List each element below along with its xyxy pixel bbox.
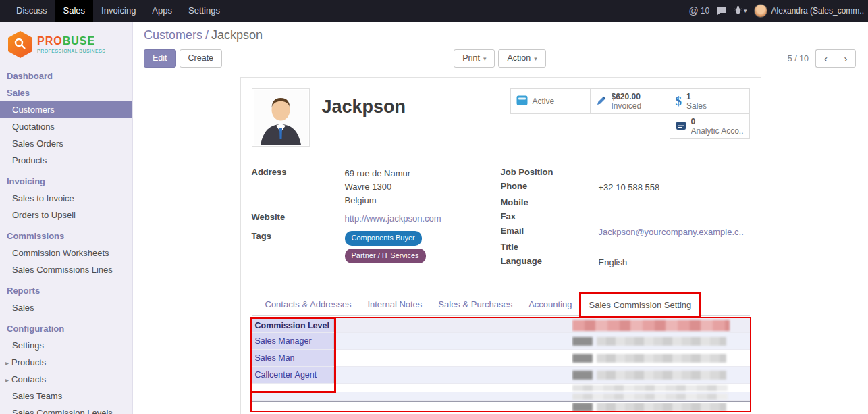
sidebar-item-sales-teams[interactable]: Sales Teams bbox=[0, 388, 132, 405]
pager: ‹ › bbox=[815, 49, 856, 68]
sidebar-item-sales-commission-levels[interactable]: Sales Commission Levels bbox=[0, 405, 132, 414]
mention-count: 10 bbox=[701, 6, 709, 16]
tab-sales-commission-setting[interactable]: Sales Commission Setting bbox=[580, 294, 701, 316]
row-end bbox=[731, 333, 750, 349]
sidebar-item-commission-worksheets[interactable]: Commission Worksheets bbox=[0, 244, 132, 261]
sidebar-section-sales[interactable]: Sales bbox=[0, 84, 132, 101]
tag-partner-it-services[interactable]: Partner / IT Services bbox=[345, 249, 426, 263]
table-row[interactable]: Sales Man bbox=[252, 350, 750, 367]
top-menu-invoicing[interactable]: Invoicing bbox=[93, 0, 144, 22]
mobile-value bbox=[599, 197, 750, 209]
sidebar-item-orders-to-upsell[interactable]: Orders to Upsell bbox=[0, 207, 132, 224]
tag-components-buyer[interactable]: Components Buyer bbox=[345, 231, 422, 246]
messages-icon[interactable] bbox=[716, 6, 727, 16]
tab-contacts-addresses[interactable]: Contacts & Addresses bbox=[257, 294, 360, 315]
row-spacer bbox=[334, 350, 572, 366]
address-street: 69 rue de Namur bbox=[345, 167, 501, 180]
commission-level-sales-man[interactable]: Sales Man bbox=[252, 350, 334, 366]
tab-accounting[interactable]: Accounting bbox=[520, 294, 580, 315]
table-row[interactable]: Sales Manager bbox=[252, 333, 750, 350]
record-form: Jackpson Active bbox=[240, 77, 761, 414]
sidebar-item-config-contacts[interactable]: ▸Contacts bbox=[0, 371, 132, 388]
row-spacer bbox=[252, 403, 572, 411]
stat-button-invoiced[interactable]: $620.00 Invoiced bbox=[590, 88, 670, 114]
sidebar-item-config-products[interactable]: ▸Products bbox=[0, 354, 132, 371]
logo-subtitle: PROFESSIONAL BUSINESS bbox=[37, 49, 106, 53]
app-logo[interactable]: PROBUSE PROFESSIONAL BUSINESS bbox=[0, 22, 132, 68]
pager-previous-button[interactable]: ‹ bbox=[815, 49, 836, 68]
customer-photo[interactable] bbox=[252, 88, 310, 147]
breadcrumb: Customers/Jackpson bbox=[144, 28, 856, 43]
sidebar-item-sales-commissions-lines[interactable]: Sales Commissions Lines bbox=[0, 261, 132, 278]
tab-internal-notes[interactable]: Internal Notes bbox=[359, 294, 430, 315]
sidebar-item-customers[interactable]: Customers bbox=[0, 101, 132, 118]
dollar-icon: $ bbox=[676, 94, 682, 109]
redacted-content bbox=[572, 385, 728, 391]
commission-level-sales-manager[interactable]: Sales Manager bbox=[252, 333, 334, 349]
email-link[interactable]: Jackpson@yourcompany.example.c.. bbox=[599, 227, 744, 237]
mention-icon: @ bbox=[689, 5, 699, 16]
commission-level-callcenter-agent[interactable]: Callcenter Agent bbox=[252, 367, 334, 383]
record-title-row: Jackpson Active bbox=[252, 88, 750, 147]
redacted-content bbox=[572, 320, 730, 331]
pager-next-button[interactable]: › bbox=[836, 49, 856, 68]
notebook-tabs: Contacts & Addresses Internal Notes Sale… bbox=[252, 294, 750, 316]
sidebar-item-quotations[interactable]: Quotations bbox=[0, 118, 132, 135]
debug-menu[interactable]: ▾ bbox=[734, 5, 747, 16]
sidebar-section-dashboard[interactable]: Dashboard bbox=[0, 68, 132, 84]
header-spacer bbox=[334, 318, 572, 332]
breadcrumb-customers-link[interactable]: Customers bbox=[144, 28, 202, 42]
stat-button-analytic-accounts[interactable]: 0 Analytic Acco... bbox=[670, 113, 750, 139]
row-spacer bbox=[252, 384, 572, 392]
breadcrumb-current: Jackpson bbox=[211, 28, 263, 42]
sidebar-section-commissions[interactable]: Commissions bbox=[0, 228, 132, 244]
top-navbar: Discuss Sales Invoicing Apps Settings @ … bbox=[0, 0, 868, 22]
print-dropdown[interactable]: Print▾ bbox=[454, 49, 495, 68]
user-avatar bbox=[754, 4, 767, 18]
table-row[interactable]: Callcenter Agent bbox=[252, 367, 750, 384]
stat-label-invoiced: Invoiced bbox=[612, 101, 642, 111]
sidebar-item-sales-orders[interactable]: Sales Orders bbox=[0, 135, 132, 152]
app-body: PROBUSE PROFESSIONAL BUSINESS Dashboard … bbox=[0, 22, 868, 414]
top-menu-settings[interactable]: Settings bbox=[180, 0, 228, 22]
sidebar-item-reports-sales[interactable]: Sales bbox=[0, 299, 132, 316]
tab-sales-purchases[interactable]: Sales & Purchases bbox=[430, 294, 520, 315]
row-end bbox=[731, 403, 750, 411]
website-link[interactable]: http://www.jackpson.com bbox=[345, 213, 441, 224]
top-menu-sales[interactable]: Sales bbox=[55, 0, 94, 22]
control-panel: Customers/Jackpson Edit Create Print▾ Ac… bbox=[133, 22, 868, 68]
sidebar-item-label: Products bbox=[11, 357, 46, 367]
sidebar-item-sales-to-invoice[interactable]: Sales to Invoice bbox=[0, 190, 132, 207]
stat-button-active[interactable]: Active bbox=[510, 88, 591, 114]
redacted-content bbox=[572, 371, 593, 380]
create-button[interactable]: Create bbox=[180, 49, 223, 68]
sidebar-item-products[interactable]: Products bbox=[0, 152, 132, 169]
action-dropdown[interactable]: Action▾ bbox=[498, 49, 545, 68]
top-menu-apps[interactable]: Apps bbox=[144, 0, 180, 22]
redacted-content bbox=[597, 403, 726, 411]
email-label: Email bbox=[501, 226, 599, 239]
user-name: Alexandra (Sales_comm.. bbox=[771, 6, 864, 16]
record-fields: Address 69 rue de Namur Wavre 1300 Belgi… bbox=[252, 167, 750, 272]
active-toggle-icon bbox=[516, 95, 528, 107]
row-spacer bbox=[252, 392, 572, 400]
edit-button[interactable]: Edit bbox=[144, 49, 176, 68]
user-menu[interactable]: Alexandra (Sales_comm.. bbox=[754, 4, 864, 18]
sidebar-section-reports[interactable]: Reports bbox=[0, 282, 132, 299]
sidebar-section-invoicing[interactable]: Invoicing bbox=[0, 173, 132, 190]
redacted-content bbox=[572, 354, 593, 363]
stat-button-sales[interactable]: $ 1 Sales bbox=[670, 88, 750, 114]
row-end bbox=[731, 350, 750, 366]
redacted-content bbox=[572, 394, 728, 400]
record-name: Jackpson bbox=[322, 97, 509, 118]
sidebar-section-configuration[interactable]: Configuration bbox=[0, 320, 132, 337]
stat-value-invoiced: $620.00 bbox=[612, 92, 642, 101]
top-menu-discuss[interactable]: Discuss bbox=[8, 0, 55, 22]
sidebar-item-settings[interactable]: Settings bbox=[0, 337, 132, 354]
commission-table: Commission Level Sales Manager Sales Man bbox=[252, 318, 750, 411]
control-buttons-row: Edit Create Print▾ Action▾ 5 / 10 ‹ › bbox=[144, 49, 856, 68]
tags-value: Components Buyer Partner / IT Services bbox=[345, 231, 501, 266]
mention-counter[interactable]: @ 10 bbox=[689, 5, 710, 16]
title-value bbox=[599, 242, 750, 253]
stat-label-analytic: Analytic Acco... bbox=[691, 126, 744, 136]
